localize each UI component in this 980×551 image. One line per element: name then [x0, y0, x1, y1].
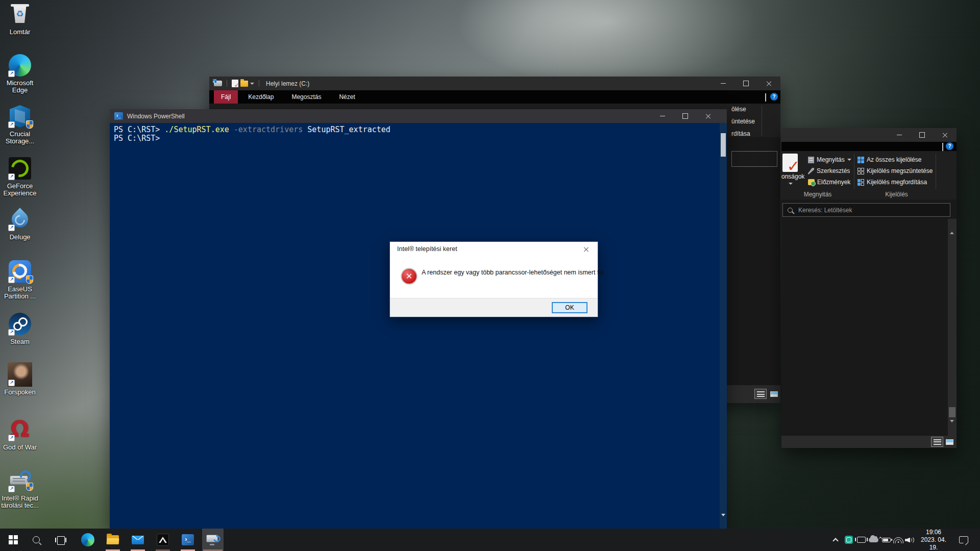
chevron-up-icon	[942, 143, 943, 151]
desktop-icon-label: GeForce Experience	[0, 183, 41, 197]
tab-view[interactable]: Nézet	[331, 90, 362, 104]
help-icon: ?	[770, 93, 778, 101]
details-view-icon	[757, 391, 765, 397]
chevron-up-icon	[832, 538, 838, 543]
action-center-button[interactable]	[954, 529, 973, 551]
clock-date: 2023. 04. 19.	[916, 536, 951, 551]
steam-icon	[8, 312, 32, 336]
minimize-button[interactable]	[651, 109, 674, 123]
scroll-up-icon[interactable]	[950, 223, 954, 232]
edit-button[interactable]: Szerkesztés	[808, 167, 850, 174]
desktop-icon-edge[interactable]: Microsoft Edge	[0, 53, 40, 94]
start-button[interactable]	[2, 529, 24, 551]
explorer-titlebar[interactable]	[781, 128, 957, 142]
desktop-icon-label: Intel® Rapid tárolási tec...	[0, 495, 41, 509]
desktop-icon-crucial[interactable]: Crucial Storage...	[0, 104, 40, 145]
details-view-button[interactable]	[754, 389, 767, 399]
dialog-close-button[interactable]	[578, 244, 594, 254]
tray-screenrec-button[interactable]	[842, 529, 855, 551]
tab-file[interactable]: Fájl	[214, 90, 238, 104]
history-button[interactable]: Előzmények	[808, 179, 850, 186]
desktop-icon-intel-rst[interactable]: Intel® Rapid tárolási tec...	[0, 468, 40, 509]
file-list-area[interactable]	[781, 219, 948, 436]
tab-home[interactable]: Kezdőlap	[240, 90, 281, 104]
tab-share[interactable]: Megosztás	[284, 90, 329, 104]
taskbar-clock[interactable]: 19:06 2023. 04. 19.	[916, 529, 951, 551]
desktop-icon-deluge[interactable]: Deluge	[0, 207, 40, 241]
scrollbar-thumb[interactable]	[949, 407, 955, 417]
taskbar-edge-button[interactable]	[77, 529, 99, 551]
maximize-button[interactable]	[911, 128, 934, 142]
properties-dropdown-icon[interactable]	[789, 183, 793, 185]
scrollbar-thumb[interactable]	[721, 133, 726, 157]
terminal-content[interactable]: PS C:\RST> ./SetupRST.exe -extractdriver…	[110, 123, 720, 529]
minimize-button[interactable]	[888, 128, 911, 142]
properties-button-label-partial[interactable]: onságok	[781, 173, 804, 180]
desktop-icon-forspoken[interactable]: Forspoken	[0, 362, 40, 396]
predator-icon	[157, 534, 169, 546]
close-button[interactable]	[934, 128, 957, 142]
details-view-button[interactable]	[931, 437, 943, 447]
properties-button-icon[interactable]	[782, 154, 798, 172]
ribbon-fragment-select-all[interactable]: ölése	[731, 106, 746, 113]
search-box[interactable]	[782, 203, 950, 217]
ribbon-tab-row: Fájl Kezdőlap Megosztás Nézet ?	[209, 90, 780, 104]
taskbar-installer-button-active[interactable]	[202, 529, 224, 551]
desktop-icon-recycle-bin[interactable]: Lomtár	[0, 2, 40, 36]
thumbnails-view-button[interactable]	[769, 389, 779, 399]
vertical-scrollbar[interactable]	[720, 123, 727, 529]
taskbar-powershell-button[interactable]	[177, 529, 199, 551]
terminal-line: PS C:\RST> ./SetupRST.exe -extractdriver…	[114, 126, 716, 134]
address-bar-fragment[interactable]	[731, 151, 777, 167]
tray-show-hidden-button[interactable]	[828, 529, 843, 551]
ribbon-fragment-select-none[interactable]: üntetése	[731, 118, 755, 125]
scroll-down-icon[interactable]	[721, 516, 725, 525]
ok-button[interactable]: OK	[552, 302, 587, 313]
help-button[interactable]: ?	[770, 93, 778, 101]
new-folder-quick-icon[interactable]	[240, 81, 248, 87]
installer-icon	[206, 534, 219, 545]
invert-selection-button[interactable]: Kijelölés megfordítása	[857, 179, 927, 186]
ribbon-fragment-invert[interactable]: rdítása	[731, 130, 750, 137]
powershell-titlebar[interactable]: Windows PowerShell	[110, 109, 727, 123]
properties-quick-icon[interactable]	[232, 80, 238, 87]
maximize-button[interactable]	[734, 77, 757, 90]
desktop-icon-label: Steam	[0, 338, 41, 345]
scroll-down-icon[interactable]	[950, 422, 954, 432]
taskbar-predator-button[interactable]	[152, 529, 174, 551]
maximize-button[interactable]	[674, 109, 697, 123]
desktop-icon-god-of-war[interactable]: Ω God of War	[0, 417, 40, 451]
taskbar-mail-button[interactable]	[127, 529, 149, 551]
intel-rst-icon	[8, 468, 32, 493]
ribbon-collapse-button[interactable]	[942, 144, 943, 151]
select-none-button[interactable]: Kijelölés megszüntetése	[857, 167, 933, 174]
select-none-icon	[857, 168, 864, 174]
ribbon-collapse-button[interactable]	[765, 94, 766, 102]
tray-onedrive-button[interactable]	[866, 529, 880, 551]
deluge-icon	[8, 207, 32, 232]
close-button[interactable]	[697, 109, 720, 123]
open-button[interactable]: Megnyitás	[808, 156, 851, 163]
select-all-button[interactable]: Az összes kijelölése	[857, 156, 921, 163]
uac-shield-icon	[26, 120, 33, 129]
qat-dropdown-icon[interactable]	[250, 83, 254, 85]
thumbnails-view-button[interactable]	[944, 437, 954, 447]
desktop-icon-steam[interactable]: Steam	[0, 312, 40, 345]
crucial-storage-icon	[8, 104, 32, 129]
task-view-button[interactable]	[50, 529, 72, 551]
desktop-icon-easeus[interactable]: EaseUS Partition ...	[0, 259, 40, 300]
desktop-icon-geforce[interactable]: GeForce Experience	[0, 156, 40, 197]
close-button[interactable]	[757, 77, 780, 90]
search-input[interactable]	[797, 206, 945, 214]
intel-error-dialog: Intel® telepítési keret A rendszer egy v…	[389, 241, 598, 317]
taskbar-explorer-button[interactable]	[102, 529, 124, 551]
shortcut-arrow-icon	[8, 70, 15, 77]
tray-volume-button[interactable]	[902, 529, 917, 551]
vertical-scrollbar[interactable]	[948, 219, 957, 436]
minimize-button[interactable]	[712, 77, 734, 90]
help-button[interactable]: ?	[946, 142, 953, 150]
open-icon	[808, 157, 814, 163]
explorer-titlebar[interactable]: Helyi lemez (C:)	[209, 77, 780, 90]
taskbar-search-button[interactable]	[25, 529, 47, 551]
shortcut-arrow-icon	[8, 224, 15, 231]
